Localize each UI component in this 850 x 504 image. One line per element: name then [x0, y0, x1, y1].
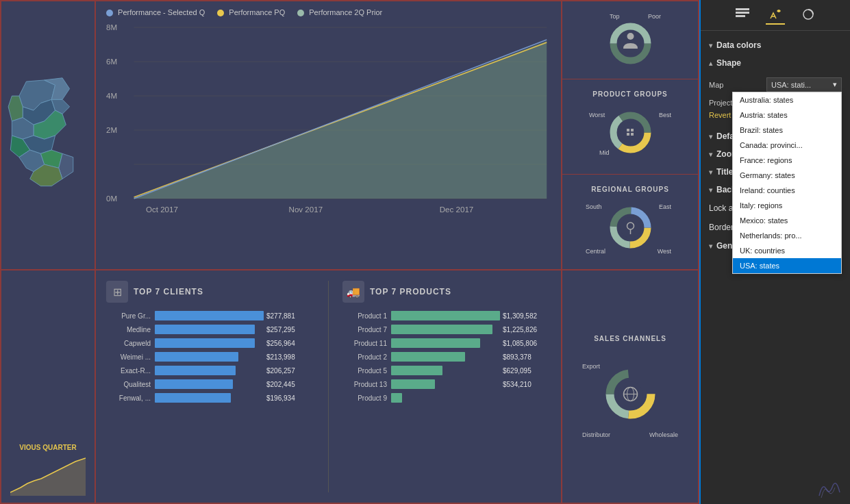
table-row: Product 5$629,095 [342, 366, 551, 375]
default-c-chevron: ▾ [709, 133, 712, 140]
svg-text:2M: 2M [106, 127, 117, 134]
list-item[interactable]: Australia: states [733, 92, 841, 108]
background-chevron: ▾ [709, 186, 712, 194]
title-section-label: Title [716, 167, 733, 177]
table-row: Qualitest$202,445 [106, 379, 314, 389]
shape-section[interactable]: ▴ Shape [701, 54, 850, 72]
data-colors-chevron: ▾ [709, 42, 712, 49]
right-panel-content[interactable]: ▾ Data colors ▴ Shape Map USA: stati... … [701, 31, 850, 504]
products-rows: Product 1$1,309,582 Product 7$1,225,826 … [342, 311, 551, 403]
list-item[interactable]: Ireland: counties [733, 183, 841, 198]
clients-title: TOP 7 CLIENTS [134, 287, 203, 297]
svg-rect-38 [627, 133, 629, 136]
table-row: Medline$257,295 [106, 325, 314, 334]
main-area: Performance - Selected Q Performance PQ … [0, 0, 699, 504]
border-label: Border [709, 223, 734, 232]
data-colors-section[interactable]: ▾ Data colors [701, 36, 850, 54]
regional-groups-panel: REGIONAL GROUPS South East Central West [562, 175, 698, 269]
spark-label: VIOUS QUARTER [19, 444, 76, 451]
svg-text:0M: 0M [106, 195, 117, 203]
svg-rect-37 [631, 129, 634, 131]
legend-item-3: Performance 2Q Prior [297, 8, 382, 16]
map-row: Map USA: stati... ▾ Australia: states Au… [709, 75, 842, 94]
map-select-chevron: ▾ [833, 80, 837, 89]
svg-text:Oct 2017: Oct 2017 [146, 206, 178, 214]
map-label: Map [709, 81, 723, 89]
chart-legend: Performance - Selected Q Performance PQ … [106, 8, 551, 16]
bottom-row: VIOUS QUARTER ⊞ TOP 7 CLIENTS Pure Gr...… [0, 270, 699, 504]
poor-label: Poor [648, 13, 661, 20]
list-item[interactable]: Austria: states [733, 108, 841, 123]
list-item[interactable]: Brazil: states [733, 123, 841, 138]
zoom-chevron: ▾ [709, 151, 712, 158]
products-header: 🚚 TOP 7 PRODUCTS [342, 281, 551, 303]
table-row: Product 1$1,309,582 [342, 311, 551, 320]
toolbar-fields-icon[interactable] [733, 5, 752, 25]
top-label: Top [610, 13, 620, 20]
donut-bottom-column: SALES CHANNELS Export Distributor Wholes… [562, 270, 699, 504]
table-row: Product 7$1,225,826 [342, 325, 551, 334]
bar-tables-panel: ⊞ TOP 7 CLIENTS Pure Gr...$277,881 Medli… [96, 270, 562, 504]
table-row: Pure Gr...$277,881 [106, 311, 314, 320]
svg-rect-56 [736, 15, 745, 17]
svg-rect-55 [736, 12, 749, 14]
svg-rect-36 [627, 129, 629, 131]
table-row: Product 13$534,210 [342, 379, 551, 389]
table-row: Fenwal, ...$196,934 [106, 393, 314, 403]
list-item[interactable]: Germany: states [733, 168, 841, 183]
sales-channels-title: SALES CHANNELS [594, 335, 666, 342]
list-item[interactable]: France: regions [733, 153, 841, 168]
svg-text:Nov 2017: Nov 2017 [289, 206, 323, 214]
list-item[interactable]: Italy: regions [733, 198, 841, 213]
legend-item-2: Performance PQ [217, 8, 285, 16]
map-dropdown-wrapper: USA: stati... ▾ Australia: states Austri… [766, 77, 842, 92]
donut-column-top: Top Poor PRODUCT GROUPS Worst [562, 0, 699, 270]
general-chevron: ▾ [709, 242, 712, 250]
right-panel: ▾ Data colors ▴ Shape Map USA: stati... … [699, 0, 850, 504]
svg-point-35 [620, 122, 640, 142]
list-item[interactable]: Canada: provinci... [733, 138, 841, 153]
table-row: Product 2$893,378 [342, 352, 551, 362]
list-item[interactable]: Netherlands: pro... [733, 228, 841, 243]
list-item[interactable]: UK: countries [733, 243, 841, 258]
products-title: TOP 7 PRODUCTS [370, 287, 451, 297]
products-table: 🚚 TOP 7 PRODUCTS Product 1$1,309,582 Pro… [342, 281, 551, 492]
data-colors-label: Data colors [716, 40, 761, 50]
product-groups-title: PRODUCT GROUPS [592, 90, 668, 98]
toolbar-format-icon[interactable] [766, 5, 785, 25]
svg-marker-46 [10, 458, 86, 496]
top-donut-panel: Top Poor [562, 1, 698, 79]
right-panel-toolbar [701, 0, 850, 31]
list-item[interactable]: Mexico: states [733, 213, 841, 228]
svg-rect-54 [736, 8, 749, 10]
products-icon: 🚚 [342, 281, 364, 303]
area-chart: 8M 6M 4M 2M 0M Oct 2017 Nov 2017 Dec 201… [106, 21, 551, 240]
svg-point-31 [627, 33, 634, 40]
svg-text:8M: 8M [106, 24, 117, 32]
title-chevron: ▾ [709, 168, 712, 176]
product-groups-panel: PRODUCT GROUPS Worst Best Mid [562, 79, 698, 175]
watermark [816, 479, 843, 501]
spark-panel: VIOUS QUARTER [0, 270, 96, 504]
clients-table: ⊞ TOP 7 CLIENTS Pure Gr...$277,881 Medli… [106, 281, 314, 492]
map-select-btn[interactable]: USA: stati... ▾ [766, 77, 842, 92]
clients-icon: ⊞ [106, 281, 128, 303]
clients-rows: Pure Gr...$277,881 Medline$257,295 Capwe… [106, 311, 314, 403]
chart-panel: Performance - Selected Q Performance PQ … [96, 0, 562, 270]
svg-rect-39 [631, 133, 634, 136]
toolbar-analytics-icon[interactable] [799, 5, 818, 25]
svg-text:4M: 4M [106, 92, 117, 100]
svg-marker-5 [8, 96, 23, 121]
svg-text:6M: 6M [106, 58, 117, 66]
legend-item-1: Performance - Selected Q [106, 8, 205, 16]
svg-text:Dec 2017: Dec 2017 [440, 206, 474, 214]
map-panel [0, 0, 96, 270]
table-row: Capweld$256,964 [106, 338, 314, 348]
top-row: Performance - Selected Q Performance PQ … [0, 0, 699, 270]
shape-label: Shape [716, 58, 741, 68]
list-item-selected[interactable]: USA: states [733, 258, 841, 273]
shape-chevron: ▴ [709, 60, 712, 67]
shape-content: Map USA: stati... ▾ Australia: states Au… [701, 72, 850, 127]
map-dropdown-list: Australia: states Austria: states Brazil… [732, 92, 842, 274]
map-select-value: USA: stati... [771, 81, 811, 89]
